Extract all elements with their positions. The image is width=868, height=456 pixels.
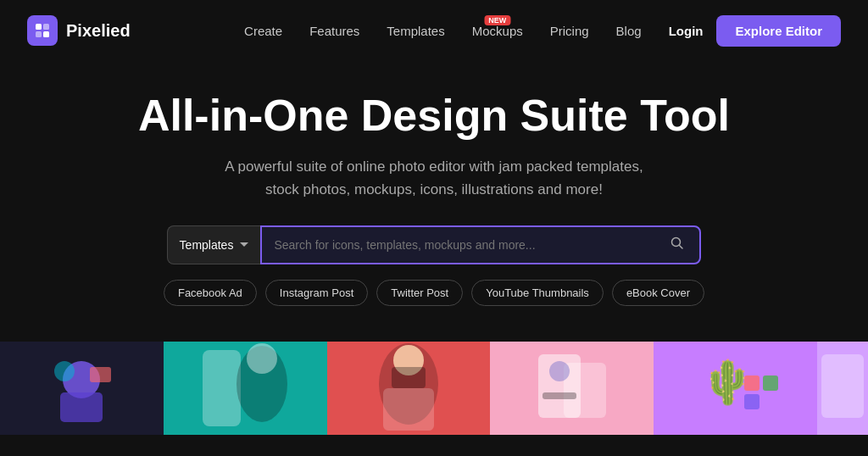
tag-ebook-cover[interactable]: eBook Cover	[612, 280, 704, 306]
tags-row: Facebook Ad Instagram Post Twitter Post …	[17, 280, 851, 306]
hero-subtitle: A powerful suite of online photo editor …	[214, 155, 654, 201]
nav-mockups[interactable]: Mockups NEW	[472, 24, 523, 38]
svg-line-5	[680, 245, 683, 248]
thumbnail-5[interactable]: 🌵	[654, 342, 817, 435]
svg-rect-23	[744, 394, 760, 409]
hero-title: All-in-One Design Suite Tool	[17, 92, 851, 140]
search-input[interactable]	[274, 238, 667, 252]
svg-point-19	[549, 361, 570, 381]
thumbnail-1[interactable]	[0, 342, 164, 435]
thumbnail-3[interactable]	[327, 342, 491, 435]
dropdown-label: Templates	[180, 238, 234, 252]
svg-rect-1	[43, 24, 49, 30]
svg-rect-20	[542, 392, 576, 399]
login-button[interactable]: Login	[669, 24, 704, 38]
explore-editor-button[interactable]: Explore Editor	[716, 15, 841, 47]
thumbnails-row: 🌵	[0, 342, 868, 435]
tag-twitter-post[interactable]: Twitter Post	[376, 280, 463, 306]
svg-rect-9	[90, 367, 111, 382]
svg-rect-24	[763, 375, 778, 391]
nav-templates[interactable]: Templates	[387, 24, 444, 38]
thumbnail-4[interactable]	[490, 342, 654, 435]
search-row: Templates	[17, 225, 851, 264]
svg-rect-3	[43, 31, 49, 37]
svg-rect-2	[36, 31, 42, 37]
logo-text: Pixelied	[66, 21, 131, 41]
tag-instagram-post[interactable]: Instagram Post	[265, 280, 368, 306]
chevron-down-icon	[240, 242, 248, 247]
search-button[interactable]	[667, 233, 687, 257]
logo-icon	[27, 15, 58, 46]
nav-links: Create Features Templates Mockups NEW Pr…	[244, 24, 642, 38]
svg-point-12	[247, 343, 277, 374]
thumbnail-2[interactable]	[164, 342, 327, 435]
svg-rect-0	[36, 24, 42, 30]
search-input-wrapper	[260, 225, 701, 264]
search-category-dropdown[interactable]: Templates	[167, 225, 261, 264]
svg-point-8	[54, 361, 75, 381]
new-badge: NEW	[484, 15, 510, 25]
logo[interactable]: Pixelied	[27, 15, 131, 46]
svg-rect-7	[60, 392, 103, 422]
hero-section: All-in-One Design Suite Tool A powerful …	[0, 61, 868, 330]
nav-blog[interactable]: Blog	[616, 24, 642, 38]
svg-rect-22	[744, 375, 760, 391]
tag-youtube-thumbnails[interactable]: YouTube Thumbnails	[471, 280, 604, 306]
svg-rect-16	[392, 367, 426, 388]
svg-rect-10	[203, 350, 241, 426]
thumbnail-6[interactable]	[817, 342, 868, 435]
nav-pricing[interactable]: Pricing	[550, 24, 589, 38]
svg-rect-15	[383, 388, 434, 431]
nav-features[interactable]: Features	[309, 24, 359, 38]
svg-rect-25	[821, 354, 864, 418]
svg-rect-18	[564, 363, 606, 418]
tag-facebook-ad[interactable]: Facebook Ad	[164, 280, 257, 306]
nav-create[interactable]: Create	[244, 24, 282, 38]
